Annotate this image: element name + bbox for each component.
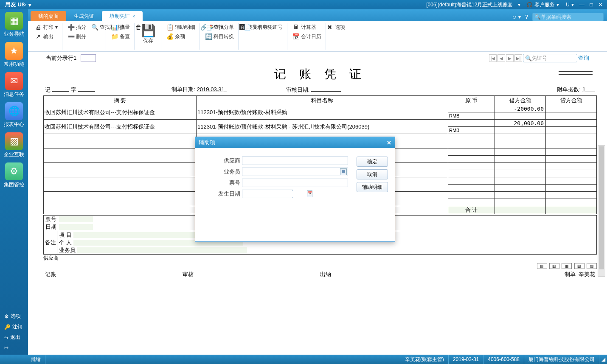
sidebar-options[interactable]: ⚙选项 xyxy=(0,311,28,322)
table-row[interactable]: 收回苏州汇川技术有限公司---支付招标保证金 112301-预付账款/预付账款-… xyxy=(44,105,597,112)
picker-icon[interactable]: ▦ xyxy=(340,168,347,175)
foot-date-value[interactable] xyxy=(59,224,93,230)
prev-button[interactable]: ◀ xyxy=(497,54,505,62)
sig-cashier: 出纳 xyxy=(320,271,458,278)
aux-detail-button[interactable]: 辅助明细 xyxy=(357,182,388,192)
first-button[interactable]: |◀ xyxy=(489,54,497,62)
tab-gen-voucher[interactable]: 生成凭证 xyxy=(66,11,102,21)
export-button[interactable]: ↗输出 xyxy=(33,32,59,41)
date-input[interactable] xyxy=(243,191,307,197)
barcode-search[interactable]: 🔍 xyxy=(532,13,604,21)
grid-icon-row: ▤ ▥ ▦ ▧ ▨ xyxy=(43,262,597,270)
calculator-button[interactable]: 🖩计算器 xyxy=(291,23,323,31)
view3-icon[interactable]: ▦ xyxy=(562,263,572,269)
query-link[interactable]: 查询 xyxy=(578,54,589,62)
key-icon: 🔑 xyxy=(4,324,11,330)
make-date-value[interactable]: 2019.03.31 xyxy=(197,86,227,92)
insert-row-button[interactable]: ➕插分 xyxy=(66,23,88,31)
empty-icon: 📄 xyxy=(244,24,250,31)
vertical-scrollbar[interactable] xyxy=(598,145,605,277)
voucher-no-input[interactable] xyxy=(532,54,575,62)
attach-value[interactable]: 1 xyxy=(582,86,595,92)
entry-index-input[interactable] xyxy=(81,54,96,62)
convert-icon: 🔄 xyxy=(205,33,212,40)
sidebar-item-enterprise[interactable]: ▨企业互联 xyxy=(2,132,26,158)
search-icon: 🔍 xyxy=(534,14,541,20)
next-button[interactable]: ▶ xyxy=(506,54,514,62)
subject-convert-button[interactable]: 🔄科目转换 xyxy=(203,32,236,41)
audit-date-value[interactable] xyxy=(311,86,341,92)
remark-salesman[interactable] xyxy=(77,247,247,253)
view2-icon[interactable]: ▥ xyxy=(549,263,559,269)
sidebar-item-common[interactable]: ★常用功能 xyxy=(2,42,26,68)
smile-icon[interactable]: ☺ ▾ xyxy=(512,14,521,20)
view4-icon[interactable]: ▧ xyxy=(574,263,585,269)
voucher-title: 记 账 凭 证 xyxy=(43,66,597,82)
sidebar-item-group[interactable]: ⚙集团管控 xyxy=(2,162,26,188)
view5-icon[interactable]: ▨ xyxy=(587,263,597,269)
options-button[interactable]: ✖选项 xyxy=(325,23,347,31)
calc-icon: 🖩 xyxy=(292,24,299,31)
table-row[interactable]: 收回苏州汇川技术有限公司---支付招标保证金 112301-预付账款/预付账款-… xyxy=(44,120,597,127)
backup-button[interactable]: 📁备查 xyxy=(110,32,132,41)
balance-button[interactable]: 💰余额 xyxy=(165,32,197,41)
delete-row-button[interactable]: ➖删分 xyxy=(66,32,88,41)
sidebar-expand[interactable]: ↦ xyxy=(0,343,28,352)
dropdown-icon[interactable]: ▾ xyxy=(515,2,523,8)
calendar-button[interactable]: 📅会计日历 xyxy=(291,32,323,41)
find-split-button[interactable]: 📑查找分单 xyxy=(203,23,236,31)
ok-button[interactable]: 确定 xyxy=(357,157,388,167)
printer-icon: 🖨 xyxy=(35,24,42,31)
print-button[interactable]: 🖨打印 ▾ xyxy=(33,23,59,31)
voucher-no-input-wrap[interactable]: 🔍 xyxy=(523,54,577,62)
save-icon: 💾 xyxy=(141,24,155,37)
save-button[interactable]: 💾保存 xyxy=(138,23,158,45)
resize-grip-icon[interactable]: ◢ xyxy=(599,356,607,362)
bill-no-value[interactable] xyxy=(59,216,93,222)
last-button[interactable]: ▶| xyxy=(514,54,522,62)
aux-detail-button[interactable]: 📋辅助明细 xyxy=(165,23,197,31)
tab-desktop[interactable]: 我的桌面 xyxy=(31,11,66,21)
flow-button[interactable]: 📊流量 xyxy=(110,23,132,31)
help-icon[interactable]: ? xyxy=(525,14,528,20)
detail-icon: 📋 xyxy=(166,24,173,31)
view1-icon[interactable]: ▤ xyxy=(537,263,547,269)
sidebar: ▦业务导航 ★常用功能 ✉消息任务 🌐报表中心 ▨企业互联 ⚙集团管控 ⚙选项 … xyxy=(0,9,28,355)
mail-icon: ✉ xyxy=(5,72,23,90)
u-menu[interactable]: U ▾ xyxy=(562,2,577,8)
salesman-input[interactable] xyxy=(243,169,340,175)
voucher-type-input[interactable] xyxy=(52,86,69,92)
maximize-button[interactable]: □ xyxy=(587,2,596,8)
archive-icon: 📁 xyxy=(111,33,118,40)
dropdown-icon[interactable]: ▾ xyxy=(28,2,31,8)
field-billno: 票号 xyxy=(202,179,348,187)
status-bar: 就绪 辛美花(账套主管) 2019-03-31 4006-600-588 厦门海… xyxy=(0,355,607,364)
voucher-word-input[interactable] xyxy=(78,86,95,92)
close-icon[interactable]: ✕ xyxy=(387,140,391,146)
sidebar-item-reports[interactable]: 🌐报表中心 xyxy=(2,102,26,128)
customer-service[interactable]: 🎧 客户服务 ▾ xyxy=(523,1,562,8)
make-date-label: 制单日期: xyxy=(171,86,195,93)
apps-icon: ▨ xyxy=(5,132,23,150)
insert-icon: ➕ xyxy=(67,24,74,31)
dialog-titlebar[interactable]: 辅助项 ✕ xyxy=(195,137,395,148)
minimize-button[interactable]: — xyxy=(577,2,587,8)
status-user: 辛美花(账套主管) xyxy=(401,355,449,364)
col-currency: 原 币 xyxy=(448,96,495,105)
supplier-input[interactable] xyxy=(243,158,347,164)
billno-input[interactable] xyxy=(243,180,347,186)
col-subject: 科目名称 xyxy=(197,96,448,105)
close-icon[interactable]: × xyxy=(132,14,135,19)
calendar-icon: 📅 xyxy=(292,33,299,40)
cancel-button[interactable]: 取消 xyxy=(357,169,388,179)
sidebar-item-biz-nav[interactable]: ▦业务导航 xyxy=(2,12,26,38)
show-empty-voucher-button[interactable]: 📄显示空凭证号 xyxy=(242,23,284,31)
calendar-icon[interactable]: 📅 xyxy=(307,190,312,197)
barcode-search-input[interactable] xyxy=(541,14,601,20)
col-debit: 借方金额 xyxy=(495,96,546,105)
close-button[interactable]: ✕ xyxy=(596,2,605,8)
tab-fill-voucher[interactable]: 填制凭证× xyxy=(102,11,143,21)
sidebar-exit[interactable]: ↪退出 xyxy=(0,332,28,343)
sidebar-item-messages[interactable]: ✉消息任务 xyxy=(2,72,26,98)
sidebar-logout[interactable]: 🔑注销 xyxy=(0,322,28,332)
